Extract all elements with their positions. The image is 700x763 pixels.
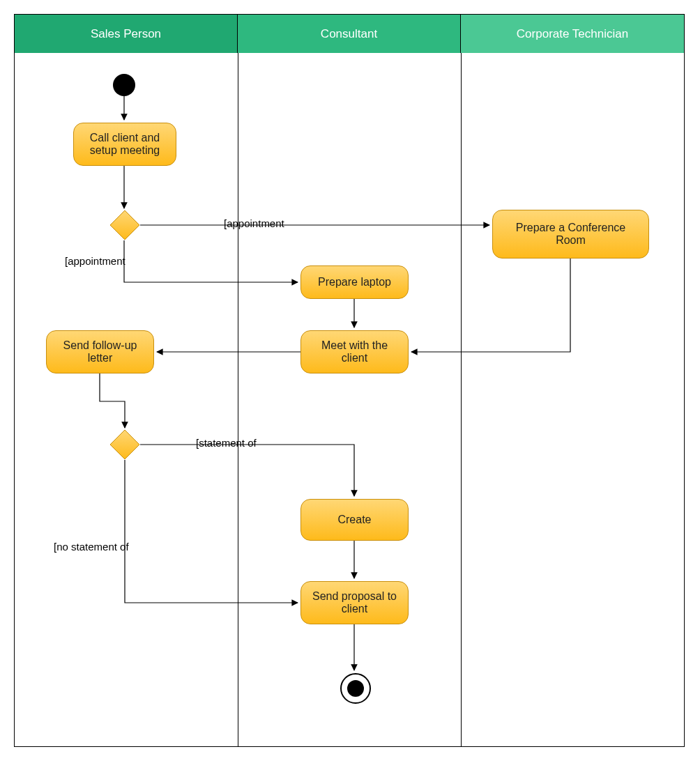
decision-appointment [109,210,140,240]
lane-header-sales: Sales Person [15,15,238,53]
swimlane-headers: Sales Person Consultant Corporate Techni… [15,15,684,53]
label-statement-right: [statement of [196,437,257,449]
label-appointment-right: [appointment [224,217,284,229]
lane-header-consultant: Consultant [238,15,461,53]
label-appointment-down: [appointment [65,255,125,267]
activity-follow-up: Send follow-up letter [46,330,154,373]
activity-send-proposal: Send proposal to client [300,581,409,624]
activity-call-client: Call client and setup meeting [73,123,176,166]
swimlane-diagram: Sales Person Consultant Corporate Techni… [14,14,685,747]
swimlane-body: Call client and setup meeting Prepare a … [15,53,684,746]
lane-divider-1 [238,53,238,746]
lane-divider-2 [461,53,462,746]
activity-prepare-laptop: Prepare laptop [300,265,409,299]
final-node [340,673,371,704]
activity-create: Create [300,499,409,541]
activity-meet-client: Meet with the client [300,330,409,373]
activity-prepare-conference-room: Prepare a Conference Room [492,210,649,259]
decision-statement [109,429,140,460]
label-no-statement-down: [no statement of [54,541,129,553]
lane-header-technician: Corporate Technician [461,15,684,53]
initial-node [113,74,135,96]
